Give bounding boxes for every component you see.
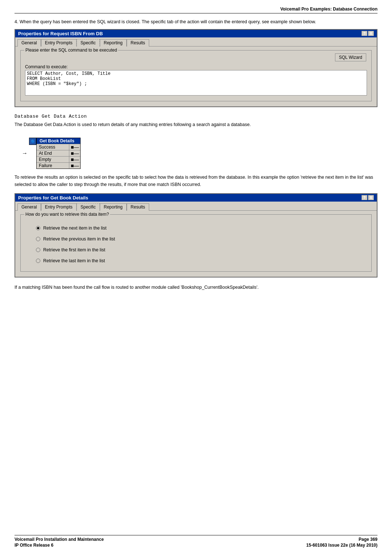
dialog2-content: How do you want to retrieve this data it… <box>15 210 377 277</box>
footer-right-line2: 15-601063 Issue 22e (16 May 2010) <box>306 543 377 548</box>
closing-text: If a matching ISBN has been found the ca… <box>15 284 377 291</box>
radio-next-circle[interactable] <box>36 226 40 230</box>
radio-option-next[interactable]: Retrieve the next item in the list <box>36 226 356 231</box>
flow-item-empty: Empty ■— <box>37 156 80 162</box>
dialog2-inner-label: How do you want to retrieve this data it… <box>24 212 110 217</box>
flow-item-label-failure: Failure <box>37 163 69 169</box>
description-text: To retrieve the results an option is sel… <box>15 174 377 188</box>
dialog2-close-btn[interactable]: X <box>368 195 374 200</box>
dialog2-help-btn[interactable]: ? <box>362 195 367 200</box>
dialog-get-book-details: Properties for Get Book Details ? X Gene… <box>15 193 377 278</box>
page-footer: Voicemail Pro Installation and Maintenan… <box>15 535 377 548</box>
flow-entry-arrow: → <box>22 150 28 157</box>
radio-option-last[interactable]: Retrieve the last item in the list <box>36 258 356 263</box>
dialog1-help-btn[interactable]: ? <box>362 31 367 36</box>
flow-item-failure: Failure ■— <box>37 162 80 169</box>
flow-icon: 🔵 <box>29 138 36 145</box>
dialog2-titlebar: Properties for Get Book Details ? X <box>15 194 377 202</box>
dialog1-tab-general[interactable]: General <box>17 39 41 46</box>
section-database-get-body: The Database Get Data Action is used to … <box>15 121 377 128</box>
command-label: Command to execute: <box>25 64 367 69</box>
dialog1-inner-label: Please enter the SQL command to be execu… <box>24 48 118 53</box>
dialog1-content: Please enter the SQL command to be execu… <box>15 46 377 106</box>
sql-command-textarea[interactable]: SELECT Author, Cost, ISBN, Title FROM Bo… <box>25 70 367 96</box>
dialog2-tabs: General Entry Prompts Specific Reporting… <box>15 202 377 210</box>
dialog2-titlebar-buttons: ? X <box>362 195 374 200</box>
page-header: Voicemail Pro Examples: Database Connect… <box>15 7 377 13</box>
dialog2-tab-entry-prompts[interactable]: Entry Prompts <box>41 203 77 211</box>
dialog1-tabs: General Entry Prompts Specific Reporting… <box>15 37 377 46</box>
step4-text: 4. When the query has been entered the S… <box>15 19 377 25</box>
dialog1-titlebar-buttons: ? X <box>362 31 374 36</box>
dialog2-inner-border: How do you want to retrieve this data it… <box>20 214 372 272</box>
flow-item-label-atend: At End <box>37 150 69 156</box>
dialog1-inner-border: Please enter the SQL command to be execu… <box>20 50 372 101</box>
dialog2-tab-results[interactable]: Results <box>127 203 149 211</box>
dialog2-tab-specific[interactable]: Specific <box>77 203 100 211</box>
flow-item-arrow-atend: ■— <box>69 150 80 156</box>
flow-item-label-success: Success <box>37 144 69 150</box>
radio-previous-circle[interactable] <box>36 237 40 241</box>
radio-first-label: Retrieve the first item in the list <box>43 247 105 252</box>
dialog2-title: Properties for Get Book Details <box>18 195 88 200</box>
flow-title: Get Book Details <box>37 138 80 144</box>
flow-items: Success ■— At End ■— Empty ■— Failure <box>37 144 80 169</box>
flow-item-arrow-success: ■— <box>69 144 80 150</box>
flow-item-atend: At End ■— <box>37 150 80 156</box>
flow-diagram: → 🔵 Get Book Details Success ■— At End <box>22 138 81 169</box>
radio-next-label: Retrieve the next item in the list <box>43 226 106 231</box>
radio-first-circle[interactable] <box>36 248 40 252</box>
flow-item-arrow-failure: ■— <box>69 163 80 169</box>
dialog1-title: Properties for Request ISBN From DB <box>18 31 103 36</box>
flow-main-box: Get Book Details Success ■— At End ■— Em… <box>36 138 81 169</box>
footer-left: Voicemail Pro Installation and Maintenan… <box>15 537 104 548</box>
footer-left-line2: IP Office Release 6 <box>15 543 104 548</box>
footer-right-line1: Page 369 <box>359 537 377 542</box>
flow-item-label-empty: Empty <box>37 157 69 162</box>
section-database-get-title: Database Get Data Action <box>15 114 377 119</box>
footer-left-line1: Voicemail Pro Installation and Maintenan… <box>15 537 104 542</box>
dialog1-titlebar: Properties for Request ISBN From DB ? X <box>15 30 377 37</box>
dialog1-tab-results[interactable]: Results <box>127 39 149 46</box>
radio-option-previous[interactable]: Retrieve the previous item in the list <box>36 236 356 242</box>
radio-option-first[interactable]: Retrieve the first item in the list <box>36 247 356 252</box>
dialog1-tab-entry-prompts[interactable]: Entry Prompts <box>41 39 77 46</box>
flow-item-arrow-empty: ■— <box>69 157 80 162</box>
header-title: Voicemail Pro Examples: Database Connect… <box>280 7 377 12</box>
dialog1-tab-reporting[interactable]: Reporting <box>100 39 127 46</box>
dialog1-close-btn[interactable]: X <box>368 31 374 36</box>
radio-last-label: Retrieve the last item in the list <box>43 258 105 263</box>
dialog-request-isbn: Properties for Request ISBN From DB ? X … <box>15 29 377 107</box>
flow-item-success: Success ■— <box>37 144 80 150</box>
radio-last-circle[interactable] <box>36 259 40 263</box>
sql-wizard-button[interactable]: SQL Wizard <box>335 53 366 61</box>
dialog2-tab-general[interactable]: General <box>17 203 41 211</box>
footer-right: Page 369 15-601063 Issue 22e (16 May 201… <box>306 537 377 548</box>
radio-previous-label: Retrieve the previous item in the list <box>43 236 115 242</box>
dialog1-tab-specific[interactable]: Specific <box>77 39 100 46</box>
dialog2-tab-reporting[interactable]: Reporting <box>100 203 127 211</box>
radio-group: Retrieve the next item in the list Retri… <box>25 222 367 267</box>
flow-node: → 🔵 Get Book Details Success ■— At End <box>22 138 81 169</box>
